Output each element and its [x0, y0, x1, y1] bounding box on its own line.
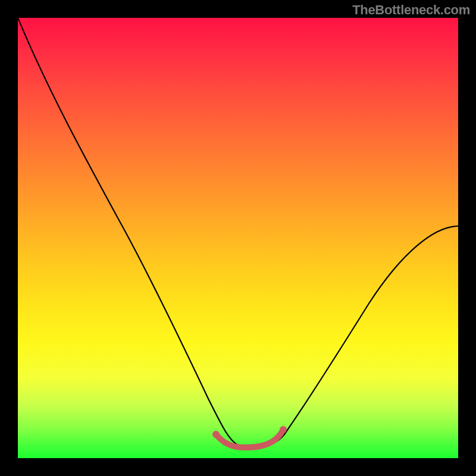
- valley-dot-left: [212, 431, 220, 438]
- curve-overlay: [18, 18, 458, 458]
- watermark-text: TheBottleneck.com: [352, 2, 470, 18]
- valley-dot-right: [280, 426, 287, 433]
- plot-area: [18, 18, 458, 458]
- main-curve: [18, 18, 458, 447]
- chart-frame: TheBottleneck.com: [0, 0, 476, 476]
